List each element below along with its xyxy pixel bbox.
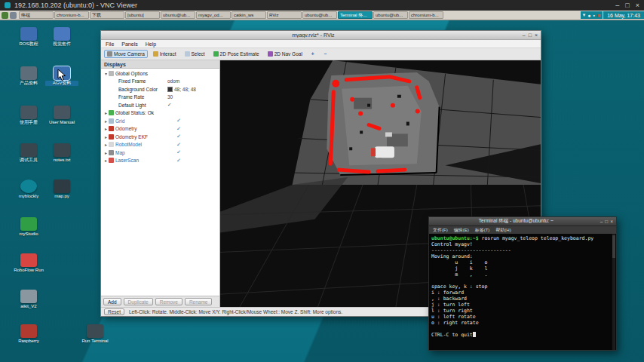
display-checkbox[interactable]: ✓ <box>176 126 181 132</box>
occupancy-map <box>327 72 439 175</box>
display-row[interactable]: ▸ Grid ✓ <box>101 117 219 125</box>
expander-icon[interactable]: ▾ <box>103 71 109 76</box>
terminal-line-text: j : turn left <box>431 302 470 308</box>
notification-icon[interactable]: ▪ <box>593 13 594 18</box>
display-row[interactable]: Default Light ✓ <box>101 101 219 109</box>
maximize-button[interactable]: □ <box>529 32 532 38</box>
maximize-button[interactable]: □ <box>625 2 629 9</box>
menu-help[interactable]: 帮助(H) <box>495 227 511 234</box>
display-value[interactable]: 48; 48; 48 <box>167 87 196 92</box>
terminal-line: Moving around: <box>431 253 610 259</box>
remove-display-button[interactable]: Remove <box>155 298 182 305</box>
desktop-icon[interactable]: 调试工具 <box>12 143 45 163</box>
taskbar-window-button[interactable]: ubuntu@ub... <box>161 11 195 19</box>
expander-icon[interactable]: ▸ <box>103 126 109 131</box>
display-value[interactable]: odom <box>167 78 179 84</box>
display-row[interactable]: ▸ Odometry ✓ <box>101 125 219 133</box>
maximize-button[interactable]: □ <box>605 219 608 224</box>
display-row[interactable]: Background Color 48; 48; 48 <box>101 85 219 94</box>
reset-button[interactable]: Reset <box>104 308 124 315</box>
display-value[interactable]: 30 <box>167 94 173 100</box>
menu-file[interactable]: File <box>106 41 114 47</box>
desktop-icon[interactable]: 使用手册 <box>12 106 45 125</box>
display-row[interactable]: Frame Rate 30 <box>101 94 219 102</box>
desktop-icon[interactable]: Run Terminal <box>78 324 112 344</box>
display-row[interactable]: ▸ Map ✓ <box>101 149 219 157</box>
menu-file[interactable]: 文件(F) <box>433 227 448 234</box>
volume-icon[interactable]: ● <box>587 13 590 18</box>
taskbar-window-button[interactable]: RViz <box>267 11 302 19</box>
minimize-button[interactable]: – <box>615 2 619 9</box>
tool-2d-pose-estimate[interactable]: 2D Pose Estimate <box>210 50 262 58</box>
display-name: Global Status: Ok <box>115 110 154 115</box>
show-desktop-icon[interactable] <box>10 12 17 19</box>
expander-icon[interactable]: ▸ <box>103 150 109 155</box>
network-icon[interactable]: ▾ <box>583 12 586 18</box>
expander-icon[interactable]: ▸ <box>103 134 109 140</box>
duplicate-display-button[interactable]: Duplicate <box>124 298 153 305</box>
applications-menu-icon[interactable] <box>2 12 8 19</box>
taskbar-window-button[interactable]: ubuntu@ub... <box>302 11 337 19</box>
desktop-icon[interactable]: myStudio <box>12 217 45 237</box>
tool-move-camera[interactable]: Move Camera <box>104 50 148 58</box>
display-checkbox[interactable]: ✓ <box>176 158 181 164</box>
desktop-icon[interactable]: RoboFlow Run <box>12 253 45 273</box>
add-tool-button[interactable]: + <box>308 50 318 58</box>
display-row[interactable]: ▸ Global Status: Ok <box>101 109 219 118</box>
expander-icon[interactable]: ▸ <box>103 110 109 115</box>
desktop-icon[interactable]: 产品资料 <box>12 66 45 86</box>
tool-select[interactable]: Select <box>182 50 208 58</box>
menu-panels[interactable]: Panels <box>121 41 137 47</box>
record-icon[interactable]: ■ <box>597 13 600 18</box>
menu-tabs[interactable]: 标签(T) <box>475 227 490 234</box>
desktop-icon[interactable]: 视觉套件 <box>45 27 78 47</box>
minimize-button[interactable]: – <box>523 32 526 38</box>
taskbar-window-button[interactable]: 终端 <box>19 11 54 19</box>
minimize-button[interactable]: – <box>600 219 603 224</box>
terminal-titlebar[interactable]: Terminal 终端 - ubuntu@ubuntu: ~ –□× <box>429 217 616 226</box>
display-type-icon <box>109 134 114 140</box>
taskbar-window-button[interactable]: ubuntu@ub... <box>373 11 408 19</box>
expander-icon[interactable]: ▸ <box>103 142 109 147</box>
tool-interact[interactable]: Interact <box>150 50 179 58</box>
menu-help[interactable]: Help <box>146 41 156 47</box>
close-button[interactable]: × <box>535 32 538 38</box>
menu-edit[interactable]: 编辑(E) <box>454 227 469 234</box>
display-checkbox[interactable]: ✓ <box>176 133 181 140</box>
taskbar-clock[interactable]: 16 May, 17:43 <box>603 11 644 19</box>
display-row[interactable]: ▸ RobotModel ✓ <box>101 141 219 149</box>
taskbar-window-button[interactable]: 下载 <box>90 11 124 19</box>
desktop-icon[interactable]: map.py <box>45 179 78 199</box>
desktop-icon[interactable]: ROS教程 <box>12 27 45 47</box>
desktop-icon[interactable]: notes.txt <box>45 143 78 163</box>
desktop-icon[interactable]: User Manual <box>45 106 78 125</box>
taskbar-window-button[interactable]: myagv_od... <box>196 11 231 19</box>
close-button[interactable]: × <box>610 219 613 224</box>
taskbar-window-button[interactable]: Terminal 终... <box>338 11 373 19</box>
display-row[interactable]: ▾ Global Options <box>101 69 219 78</box>
expander-icon[interactable]: ▸ <box>103 118 109 124</box>
desktop-icon[interactable]: aikit_V2 <box>12 290 45 309</box>
display-value[interactable]: ✓ <box>167 102 171 108</box>
terminal-scrollbar[interactable] <box>612 234 615 350</box>
display-checkbox[interactable]: ✓ <box>176 118 181 124</box>
taskbar-window-button[interactable]: [ubuntu] <box>125 11 160 19</box>
display-row[interactable]: Fixed Frame odom <box>101 78 219 86</box>
display-checkbox[interactable]: ✓ <box>176 142 181 148</box>
terminal-content[interactable]: ubuntu@ubuntu:~$ rosrun myagv_teleop tel… <box>429 234 616 350</box>
desktop-icon[interactable]: Raspberry <box>12 324 45 344</box>
taskbar-window-button[interactable]: chromium-b... <box>409 11 443 19</box>
display-checkbox[interactable]: ✓ <box>176 149 181 155</box>
tool-2d-nav-goal[interactable]: 2D Nav Goal <box>265 50 305 58</box>
desktop-icon[interactable]: myblockly <box>12 179 45 199</box>
close-button[interactable]: × <box>636 2 639 9</box>
taskbar-window-button[interactable]: catkin_ws <box>232 11 266 19</box>
display-row[interactable]: ▸ Odometry EKF ✓ <box>101 133 219 141</box>
taskbar-window-button[interactable]: chromium-b... <box>54 11 89 19</box>
remove-tool-button[interactable]: − <box>320 50 331 58</box>
rviz-titlebar[interactable]: myagv.rviz* - RViz –□× <box>101 31 541 40</box>
rename-display-button[interactable]: Rename <box>185 298 213 305</box>
display-row[interactable]: ▸ LaserScan ✓ <box>101 157 219 165</box>
add-display-button[interactable]: Add <box>103 298 121 305</box>
expander-icon[interactable]: ▸ <box>103 158 109 163</box>
